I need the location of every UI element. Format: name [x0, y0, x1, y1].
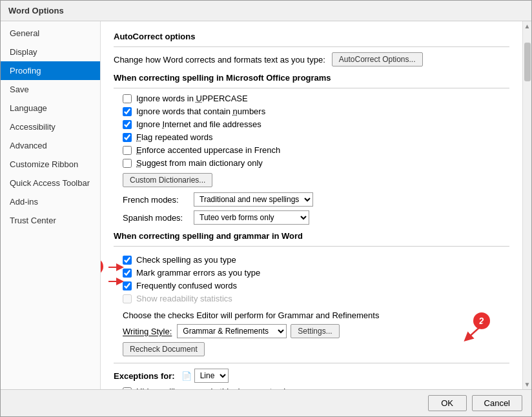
show-readability-checkbox[interactable] [123, 294, 132, 303]
sidebar-item-display[interactable]: Display [1, 43, 100, 61]
hide-spelling-label: Hide spelling errors in this document on… [136, 387, 290, 389]
sidebar-item-language[interactable]: Language [1, 99, 100, 117]
sidebar-item-accessibility[interactable]: Accessibility [1, 117, 100, 136]
checkbox-enforce-french: Enforce accented uppercase in French [123, 145, 509, 155]
sidebar-item-customize-ribbon[interactable]: Customize Ribbon [1, 155, 100, 174]
confused-words-checkbox[interactable] [123, 281, 132, 290]
sidebar-item-general[interactable]: General [1, 24, 100, 43]
checkbox-mark-grammar: Mark grammar errors as you type [123, 268, 509, 278]
custom-dict-row: Custom Dictionaries... [123, 173, 509, 187]
sidebar-item-advanced[interactable]: Advanced [1, 136, 100, 155]
grammar-section-title: When correcting spelling and grammar in … [114, 231, 509, 241]
enforce-french-label: Enforce accented uppercase in French [136, 145, 280, 155]
ignore-numbers-checkbox[interactable] [123, 107, 132, 116]
flag-repeated-label: Flag repeated words [136, 132, 213, 142]
checkbox-show-readability: Show readability statistics [123, 294, 509, 303]
annotation-2-container: 2 [473, 312, 490, 329]
ignore-numbers-label: Ignore words that contain numbers [136, 107, 265, 116]
ok-button[interactable]: OK [428, 395, 467, 411]
dialog-footer: OK Cancel [1, 389, 531, 416]
confused-words-label: Frequently confused words [136, 281, 237, 290]
recheck-document-button[interactable]: Recheck Document [123, 342, 205, 356]
dialog-body: General Display Proofing Save Language A… [1, 21, 531, 389]
sidebar-item-trust-center[interactable]: Trust Center [1, 211, 100, 230]
annotation-1-container: 1 [101, 258, 103, 275]
editor-description: Choose the checks Editor will perform fo… [123, 310, 509, 320]
writing-style-row: 2 Writing Style: Grammar & Refinemen [123, 324, 509, 338]
sidebar-item-save[interactable]: Save [1, 80, 100, 99]
enforce-french-checkbox[interactable] [123, 146, 132, 155]
show-readability-label: Show readability statistics [136, 294, 232, 303]
mark-grammar-checkbox[interactable] [123, 269, 132, 278]
settings-button[interactable]: Settings... [291, 324, 339, 338]
sidebar: General Display Proofing Save Language A… [1, 21, 101, 389]
grammar-checkboxes-area: 1 [114, 252, 509, 307]
autocorrect-description: Change how Word corrects and formats tex… [114, 55, 325, 65]
scroll-thumb[interactable] [524, 43, 531, 81]
scrollbar[interactable]: ▲ ▼ [522, 21, 531, 389]
checkbox-flag-repeated: Flag repeated words [123, 132, 509, 142]
french-modes-row: French modes: Traditional and new spelli… [123, 192, 509, 207]
content-area: AutoCorrect options Change how Word corr… [101, 21, 531, 389]
mark-grammar-label: Mark grammar errors as you type [136, 268, 260, 278]
autocorrect-row: Change how Word corrects and formats tex… [114, 52, 509, 66]
spanish-modes-select[interactable]: Tuteo verb forms only Voseo verb forms o… [194, 210, 309, 225]
writing-style-select[interactable]: Grammar & Refinements Grammar Only [177, 324, 287, 338]
sidebar-item-add-ins[interactable]: Add-ins [1, 192, 100, 211]
french-modes-label: French modes: [123, 195, 194, 205]
exceptions-label: Exceptions for: [114, 371, 175, 381]
french-modes-select[interactable]: Traditional and new spellings Traditiona… [194, 192, 313, 207]
check-spelling-label: Check spelling as you type [136, 255, 236, 265]
flag-repeated-checkbox[interactable] [123, 133, 132, 142]
writing-style-label: Writing Style: [123, 327, 172, 336]
exceptions-select[interactable]: Line [194, 369, 229, 383]
word-options-dialog: Word Options General Display Proofing Sa… [0, 0, 532, 417]
spanish-modes-label: Spanish modes: [123, 213, 194, 223]
arrow-1-svg [101, 262, 121, 301]
ignore-uppercase-checkbox[interactable] [123, 94, 132, 103]
checkbox-ignore-uppercase: Ignore words in UPPERCASE [123, 94, 509, 103]
scroll-down-arrow[interactable]: ▼ [524, 381, 531, 388]
annotation-badge-1: 1 [101, 258, 103, 275]
ignore-internet-checkbox[interactable] [123, 120, 132, 129]
suggest-main-label: Suggest from main dictionary only [136, 158, 263, 168]
scroll-up-arrow[interactable]: ▲ [524, 23, 531, 30]
cancel-button[interactable]: Cancel [472, 395, 522, 411]
exceptions-doc-icon: 📄 [181, 371, 192, 381]
autocorrect-options-button[interactable]: AutoCorrect Options... [332, 52, 423, 66]
ignore-uppercase-label: Ignore words in UPPERCASE [136, 94, 248, 103]
checkbox-confused-words: Frequently confused words [123, 281, 509, 290]
sidebar-item-proofing[interactable]: Proofing [1, 61, 100, 80]
annotation-badge-2: 2 [473, 312, 490, 329]
checkbox-check-spelling: Check spelling as you type [123, 255, 509, 265]
main-content: AutoCorrect options Change how Word corr… [101, 21, 522, 389]
sidebar-item-quick-access-toolbar[interactable]: Quick Access Toolbar [1, 174, 100, 192]
custom-dictionaries-button[interactable]: Custom Dictionaries... [123, 173, 212, 187]
spanish-modes-row: Spanish modes: Tuteo verb forms only Vos… [123, 210, 509, 225]
checkbox-ignore-numbers: Ignore words that contain numbers [123, 107, 509, 116]
recheck-btn-container: Recheck Document [123, 342, 509, 356]
checkbox-hide-spelling: Hide spelling errors in this document on… [123, 387, 509, 389]
check-spelling-checkbox[interactable] [123, 256, 132, 265]
hide-spelling-checkbox[interactable] [123, 387, 132, 390]
spelling-section-title: When correcting spelling in Microsoft Of… [114, 73, 509, 83]
exceptions-row: Exceptions for: 📄 Line [114, 369, 509, 383]
suggest-main-checkbox[interactable] [123, 159, 132, 168]
autocorrect-title: AutoCorrect options [114, 32, 509, 41]
checkbox-suggest-main: Suggest from main dictionary only [123, 158, 509, 168]
dialog-title: Word Options [1, 1, 531, 21]
ignore-internet-label: Ignore Internet and file addresses [136, 119, 261, 129]
checkbox-ignore-internet: Ignore Internet and file addresses [123, 119, 509, 129]
